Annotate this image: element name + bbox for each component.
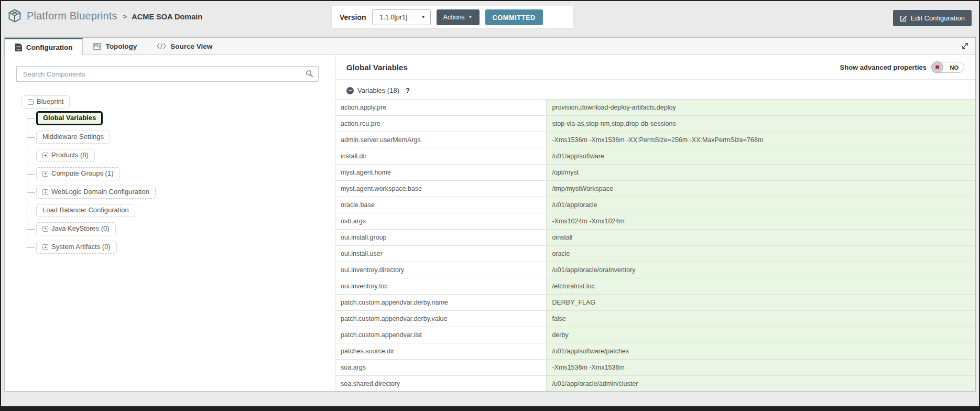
variable-value: derby bbox=[547, 327, 975, 343]
tree-item: Global Variables bbox=[27, 109, 323, 128]
tree-item-products-8[interactable]: + Products (8) bbox=[36, 149, 95, 162]
variables-section-header[interactable]: − Variables (18) ? bbox=[335, 80, 975, 99]
tab-strip: Configuration Topology S bbox=[5, 38, 975, 55]
component-sidebar: − Blueprint Global Variables Middleware … bbox=[5, 55, 335, 391]
tree-item-compute-groups-1[interactable]: + Compute Groups (1) bbox=[36, 167, 120, 180]
variable-key: oracle.base bbox=[335, 197, 547, 213]
status-badge: COMMITTED bbox=[485, 9, 543, 25]
variable-row[interactable]: soa.args -Xms1536m -Xmx1536m bbox=[335, 360, 975, 376]
variable-value: /opt/myst bbox=[547, 165, 975, 181]
expand-toggle-icon[interactable]: + bbox=[42, 171, 48, 177]
advanced-properties-toggle[interactable]: ✖ NO bbox=[932, 62, 964, 73]
variable-row[interactable]: oui.install.user oracle bbox=[335, 246, 975, 262]
variable-row[interactable]: oracle.base /u01/app/oracle bbox=[335, 197, 975, 213]
toggle-x-icon: ✖ bbox=[931, 61, 943, 73]
variable-row[interactable]: admin.server.userMemArgs -Xms1536m -Xmx1… bbox=[335, 132, 975, 148]
variable-value: /u01/app/oracle/oraInventory bbox=[547, 262, 975, 278]
variable-key: myst.agent.workspace.base bbox=[335, 181, 547, 197]
collapse-toggle-icon[interactable]: − bbox=[28, 99, 34, 105]
variable-value: /u01/app/software bbox=[547, 148, 975, 165]
tree-item: + Products (8) bbox=[27, 146, 323, 165]
actions-button[interactable]: Actions ▼ bbox=[437, 9, 480, 25]
variable-key: admin.server.userMemArgs bbox=[335, 132, 547, 148]
variable-value: -Xms1536m -Xmx1536m -XX:PermSize=256m -X… bbox=[547, 132, 975, 148]
variable-value: provision,download-deploy-artifacts,depl… bbox=[547, 100, 975, 116]
toggle-state-label: NO bbox=[950, 64, 959, 71]
breadcrumb-separator: > bbox=[123, 13, 127, 20]
variable-row[interactable]: oui.inventory.directory /u01/app/oracle/… bbox=[335, 262, 975, 278]
edit-configuration-button[interactable]: Edit Configuration bbox=[893, 10, 972, 26]
tree-item-weblogic-domain-configuration[interactable]: + WebLogic Domain Configuration bbox=[36, 186, 156, 199]
component-tree: − Blueprint Global Variables Middleware … bbox=[21, 95, 323, 256]
variable-row[interactable]: myst.agent.home /opt/myst bbox=[335, 165, 975, 181]
tab-source-view[interactable]: Source View bbox=[147, 38, 222, 55]
variable-value: false bbox=[547, 311, 975, 327]
variables-table: action.apply.pre provision,download-depl… bbox=[335, 99, 975, 391]
variables-table-body: action.apply.pre provision,download-depl… bbox=[335, 100, 975, 392]
variable-row[interactable]: patch.custom.appendvar.list derby bbox=[335, 327, 975, 343]
variable-key: oui.inventory.loc bbox=[335, 278, 547, 295]
variable-value: /tmp/mystWorkspace bbox=[547, 181, 975, 197]
variable-row[interactable]: patches.source.dir /u01/app/software/pat… bbox=[335, 343, 975, 360]
tree-item: Middleware Settings bbox=[27, 128, 323, 146]
tree-item-load-balancer-configuration[interactable]: Load Balancer Configuration bbox=[36, 204, 135, 217]
variable-value: DERBY_FLAG bbox=[547, 295, 975, 311]
version-toolbar: Version 1.1.0[pr1] ▼ Actions ▼ COMMITTED bbox=[331, 6, 573, 29]
app-window: Platform Blueprints > ACME SOA Domain Ve… bbox=[0, 0, 980, 411]
page-title: Platform Blueprints bbox=[27, 10, 117, 22]
variable-value: stop-via-as,stop-nm,stop,drop-db-session… bbox=[547, 116, 975, 132]
version-select[interactable]: 1.1.0[pr1] ▼ bbox=[372, 9, 431, 25]
search-input[interactable] bbox=[16, 66, 319, 82]
variable-row[interactable]: myst.agent.workspace.base /tmp/mystWorks… bbox=[335, 181, 975, 197]
variable-key: install.dir bbox=[335, 148, 547, 165]
image-icon bbox=[93, 43, 101, 50]
tree-item: + WebLogic Domain Configuration bbox=[27, 183, 323, 201]
variable-value: /u01/app/software/patches bbox=[547, 343, 975, 360]
tree-item: Load Balancer Configuration bbox=[27, 201, 323, 220]
advanced-properties-label: Show advanced properties bbox=[840, 63, 927, 71]
expand-toggle-icon[interactable]: + bbox=[42, 226, 48, 232]
document-icon bbox=[15, 44, 22, 51]
help-icon[interactable]: ? bbox=[406, 86, 410, 94]
variable-key: action.apply.pre bbox=[335, 100, 547, 116]
variables-table-wrap: action.apply.pre provision,download-depl… bbox=[335, 99, 975, 391]
variable-row[interactable]: action.rcu.pre stop-via-as,stop-nm,stop,… bbox=[335, 116, 975, 132]
version-value: 1.1.0[pr1] bbox=[380, 14, 408, 21]
variable-row[interactable]: patch.custom.appendvar.derby.name DERBY_… bbox=[335, 295, 975, 311]
variable-row[interactable]: oui.install.group oinstall bbox=[335, 230, 975, 246]
expand-toggle-icon[interactable]: + bbox=[42, 189, 48, 195]
variable-row[interactable]: patch.custom.appendvar.derby.value false bbox=[335, 311, 975, 327]
tree-item: + System Artifacts (0) bbox=[27, 238, 323, 256]
variable-key: action.rcu.pre bbox=[335, 116, 547, 132]
code-icon bbox=[157, 43, 166, 49]
variable-row[interactable]: install.dir /u01/app/software bbox=[335, 148, 975, 165]
variable-row[interactable]: soa.shared.directory /u01/app/oracle/adm… bbox=[335, 376, 975, 392]
tree-item: + Java KeyStores (0) bbox=[27, 220, 323, 238]
variable-row[interactable]: osb.args -Xms1024m -Xmx1024m bbox=[335, 213, 975, 230]
variable-key: oui.inventory.directory bbox=[335, 262, 547, 278]
fullscreen-expand-icon[interactable] bbox=[961, 42, 969, 50]
tree-item: + Compute Groups (1) bbox=[27, 165, 323, 183]
variable-value: oracle bbox=[547, 246, 975, 262]
expand-toggle-icon[interactable]: + bbox=[42, 153, 48, 158]
variable-key: patches.source.dir bbox=[335, 343, 547, 360]
tab-configuration[interactable]: Configuration bbox=[5, 38, 83, 55]
variable-key: soa.shared.directory bbox=[335, 376, 547, 392]
tree-children: Global Variables Middleware Settings + P… bbox=[21, 109, 323, 256]
variable-key: soa.args bbox=[335, 360, 547, 376]
breadcrumb: ACME SOA Domain bbox=[132, 13, 202, 21]
variable-row[interactable]: action.apply.pre provision,download-depl… bbox=[335, 100, 975, 116]
tree-item-java-keystores-0[interactable]: + Java KeyStores (0) bbox=[36, 222, 116, 235]
expand-toggle-icon[interactable]: + bbox=[42, 244, 48, 250]
tree-item-middleware-settings[interactable]: Middleware Settings bbox=[36, 131, 110, 144]
platform-cube-icon bbox=[7, 8, 22, 23]
variable-value: /u01/app/oracle/admin/cluster bbox=[547, 376, 975, 392]
tree-item-system-artifacts-0[interactable]: + System Artifacts (0) bbox=[36, 241, 117, 254]
search-icon bbox=[306, 70, 313, 78]
tree-item-global-variables[interactable]: Global Variables bbox=[36, 111, 103, 125]
tab-topology[interactable]: Topology bbox=[83, 38, 147, 55]
advanced-properties-control: Show advanced properties ✖ NO bbox=[840, 62, 964, 73]
collapse-section-icon[interactable]: − bbox=[346, 87, 354, 94]
main-panel: Configuration Topology S bbox=[4, 37, 976, 392]
variable-row[interactable]: oui.inventory.loc /etc/oraInst.loc bbox=[335, 278, 975, 295]
